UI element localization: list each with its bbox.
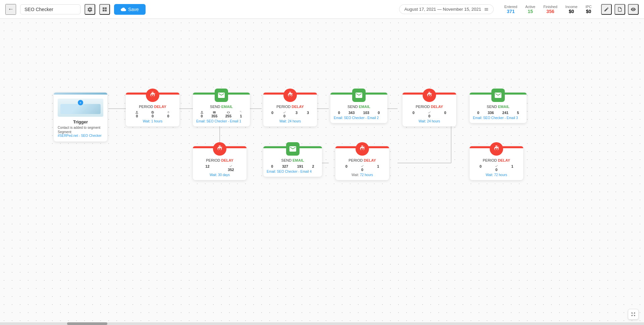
date-range-picker[interactable]: August 17, 2021 — November 15, 2021	[399, 4, 493, 14]
trigger-desc: Contact is added to segment Segment: #SE…	[58, 126, 103, 138]
period2-icon-wrap	[267, 89, 314, 102]
pencil-icon	[604, 7, 609, 12]
email1-stats: 0 355 255 1	[196, 111, 247, 118]
period2-icon	[283, 89, 297, 102]
period6-icon-wrap	[339, 142, 386, 156]
email2-icon-wrap	[334, 89, 384, 102]
email2-icon	[352, 89, 366, 102]
template-button[interactable]	[99, 4, 110, 15]
period-node-4[interactable]: PERIOD DELAY 12 352 Wait: 30 days	[193, 146, 247, 180]
period4-icon-wrap	[196, 142, 243, 156]
email2-title: SEND EMAIL	[334, 105, 384, 109]
period3-title: PERIOD DELAY	[406, 105, 453, 109]
period5-icon	[490, 142, 503, 156]
scroll-thumb[interactable]	[67, 322, 107, 325]
email3-title: SEND EMAIL	[267, 158, 319, 162]
zoom-button[interactable]	[628, 309, 639, 320]
timer-icon-2	[286, 92, 294, 99]
scroll-bar[interactable]	[0, 322, 644, 325]
period-node-6[interactable]: PERIOD DELAY 0 0 1 Wait: 72 hours	[335, 146, 389, 180]
period2-stats: 0 0 3 3	[267, 111, 314, 118]
finished-label: Finished	[543, 5, 557, 9]
trigger-inner: + Trigger Contact is added to segment Se…	[54, 95, 107, 142]
email4-icon-green	[491, 89, 505, 102]
stat-active: Active 15	[525, 5, 535, 14]
period6-title: PERIOD DELAY	[339, 158, 386, 162]
email-node-3[interactable]: SEND EMAIL 0 327 191 2 Email: SEO Checke…	[263, 146, 322, 177]
edit-button[interactable]	[614, 4, 625, 15]
period5-wait: Wait: 72 hours	[473, 173, 520, 177]
email-icon-2	[355, 91, 363, 99]
stats-bar: Entered 371 Active 15 Finished 356 Incom…	[504, 5, 592, 14]
header: ← Save August 17, 2021 — November 15, 20…	[0, 0, 644, 19]
email3-stats: 0 327 191 2	[267, 164, 319, 168]
trigger-node[interactable]: + Trigger Contact is added to segment Se…	[54, 93, 107, 142]
arrow-up-icon	[167, 111, 170, 114]
period4-stats: 12 352	[196, 164, 243, 172]
email3-icon-wrap	[267, 142, 319, 156]
eye-icon	[631, 7, 636, 12]
email1-icon-wrap	[196, 89, 247, 102]
stat-income: Income $0	[566, 5, 578, 14]
stat-ipc: IPC $0	[586, 5, 592, 14]
email1-label: Email: SEO Checker - Email 1	[196, 119, 247, 123]
period-node-2[interactable]: PERIOD DELAY 0 0 3 3 Wait: 24 hours	[263, 93, 317, 126]
timer-icon-4	[216, 145, 223, 153]
save-button[interactable]: Save	[114, 4, 146, 15]
stat-finished: Finished 356	[543, 5, 557, 14]
timer-icon	[149, 92, 156, 99]
income-value: $0	[569, 9, 574, 14]
open-icon	[227, 111, 230, 114]
email-icon-3	[289, 145, 297, 153]
workflow-title-input[interactable]	[20, 4, 80, 14]
email4-icon-wrap	[473, 89, 523, 102]
check-icon-p3	[428, 111, 431, 114]
back-button[interactable]: ←	[5, 4, 16, 15]
email1-title: SEND EMAIL	[196, 105, 247, 109]
email-icon-4	[494, 91, 502, 99]
pencil-button[interactable]	[601, 4, 612, 15]
email-node-4[interactable]: SEND EMAIL 0 336 241 5 Email: SEO Checke…	[470, 93, 527, 123]
period3-stats: 0 0 0	[406, 111, 453, 118]
edit-icon	[617, 7, 623, 12]
stat-entered: Entered 371	[504, 5, 518, 14]
timer-icon-6	[359, 145, 366, 153]
period5-icon-wrap	[473, 142, 520, 156]
active-value: 15	[528, 9, 533, 14]
period2-wait: Wait: 24 hours	[267, 119, 314, 123]
period4-icon	[213, 142, 226, 156]
header-tools	[601, 4, 639, 15]
check-icon-p4	[229, 164, 232, 168]
check-circle-icon	[151, 111, 154, 114]
layout-icon	[102, 7, 107, 12]
email3-icon	[286, 142, 300, 156]
email-node-2[interactable]: SEND EMAIL 0 343 103 0 Email: SEO Checke…	[330, 93, 387, 123]
period1-wait: Wait: 1 hours	[129, 119, 176, 123]
timer-icon-3	[426, 92, 433, 99]
period5-title: PERIOD DELAY	[473, 158, 520, 162]
email-node-1[interactable]: SEND EMAIL 0 355 255	[193, 93, 250, 126]
email4-label-text: Email: SEO Checker - Email 3	[473, 116, 523, 120]
period-node-1[interactable]: PERIOD DELAY 0 0 0	[126, 93, 179, 126]
email2-label: Email: SEO Checker - Email 2	[334, 116, 384, 120]
period1-stats: 0 0 0	[129, 111, 176, 118]
entered-label: Entered	[504, 5, 518, 9]
view-button[interactable]	[628, 4, 639, 15]
check-icon-p2	[283, 111, 286, 114]
period5-stats: 0 0 1	[473, 164, 520, 172]
check-icon-p6	[361, 164, 364, 168]
connections-svg	[54, 72, 456, 240]
trigger-label: Trigger	[58, 119, 103, 124]
period1-icon	[146, 89, 159, 102]
finished-value: 356	[546, 9, 554, 14]
period-node-3[interactable]: PERIOD DELAY 0 0 0 Wait: 24 hours	[402, 93, 456, 126]
period-node-5[interactable]: PERIOD DELAY 0 0 1 Wait: 72 hours	[470, 146, 523, 180]
period6-wait: Wait: 72 hours	[339, 173, 386, 177]
period4-wait: Wait: 30 days	[196, 173, 243, 177]
envelope-icon	[213, 111, 216, 114]
email4-stats: 0 336 241 5	[473, 111, 523, 115]
trigger-header: +	[58, 99, 103, 117]
canvas[interactable]: + Trigger Contact is added to segment Se…	[0, 19, 644, 325]
settings-button[interactable]	[85, 4, 95, 15]
email3-label: Email: SEO Checker - Email 4	[267, 170, 319, 173]
